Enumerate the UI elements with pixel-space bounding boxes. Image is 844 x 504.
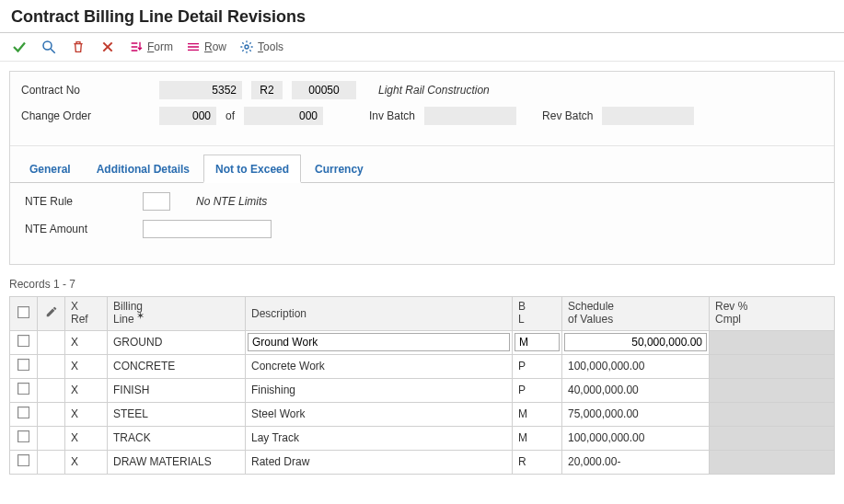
contract-suffix2-field[interactable] (292, 81, 356, 99)
cell-sov-input[interactable] (564, 333, 707, 351)
table-row[interactable]: XCONCRETEConcrete WorkP100,000,000.00 (10, 354, 835, 378)
row-edit-cell[interactable] (38, 402, 65, 426)
cell-billing-line[interactable]: DRAW MATERIALS (108, 450, 246, 474)
contract-suffix1-field[interactable] (251, 81, 283, 99)
contract-description: Light Rail Construction (378, 84, 490, 97)
table-row[interactable]: XGROUND (10, 330, 835, 354)
col-sov-header[interactable]: Schedule of Values (562, 297, 710, 331)
cell-rev-pct-cmpl[interactable] (710, 378, 835, 402)
col-xref-header[interactable]: X Ref (65, 297, 108, 331)
inv-batch-field[interactable] (424, 107, 516, 125)
delete-icon[interactable] (70, 39, 87, 55)
cell-rev-pct-cmpl[interactable] (710, 450, 835, 474)
col-edit-header[interactable] (38, 297, 65, 331)
col-billing-line-header[interactable]: Billing Line✶ (108, 297, 246, 331)
cell-bl[interactable]: M (513, 426, 562, 450)
cell-billing-line[interactable]: CONCRETE (108, 354, 246, 378)
cell-billing-line[interactable]: TRACK (108, 426, 246, 450)
svg-point-2 (245, 45, 249, 49)
tab-additional-details[interactable]: Additional Details (85, 155, 202, 183)
col-description-header[interactable]: Description (246, 297, 513, 331)
nte-rule-label: NTE Rule (25, 195, 126, 208)
col-bl-header[interactable]: B L (513, 297, 562, 331)
cell-xref[interactable]: X (65, 378, 108, 402)
row-menu[interactable]: Row (186, 40, 226, 54)
cell-xref[interactable]: X (65, 330, 108, 354)
cell-description[interactable]: Finishing (246, 378, 513, 402)
cell-xref[interactable]: X (65, 354, 108, 378)
cell-bl[interactable]: M (513, 402, 562, 426)
cell-description[interactable]: Rated Draw (246, 450, 513, 474)
rev-batch-field[interactable] (602, 107, 694, 125)
table-row[interactable]: XSTEELSteel WorkM75,000,000.00 (10, 402, 835, 426)
cell-bl[interactable]: P (513, 354, 562, 378)
cell-xref[interactable]: X (65, 426, 108, 450)
tab-general[interactable]: General (17, 155, 83, 183)
sort-indicator-icon: ✶ (136, 310, 145, 321)
table-row[interactable]: XDRAW MATERIALSRated DrawR20,000.00- (10, 450, 835, 474)
svg-point-0 (43, 41, 52, 50)
row-select-checkbox[interactable] (10, 354, 38, 378)
cell-billing-line[interactable]: STEEL (108, 402, 246, 426)
row-edit-cell[interactable] (38, 354, 65, 378)
of-label: of (225, 109, 235, 122)
cell-rev-pct-cmpl[interactable] (710, 330, 835, 354)
cell-bl[interactable]: P (513, 378, 562, 402)
row-select-checkbox[interactable] (10, 450, 38, 474)
row-select-checkbox[interactable] (10, 330, 38, 354)
row-edit-cell[interactable] (38, 426, 65, 450)
page-title: Contract Billing Line Detail Revisions (0, 0, 844, 33)
row-edit-cell[interactable] (38, 450, 65, 474)
cell-xref[interactable]: X (65, 450, 108, 474)
cancel-icon[interactable] (99, 39, 116, 55)
cell-schedule-of-values[interactable]: 40,000,000.00 (562, 378, 710, 402)
cell-schedule-of-values[interactable]: 75,000,000.00 (562, 402, 710, 426)
change-order-to-field[interactable] (244, 107, 323, 125)
cell-description-input[interactable] (248, 333, 510, 351)
table-row[interactable]: XFINISHFinishingP40,000,000.00 (10, 378, 835, 402)
row-select-checkbox[interactable] (10, 378, 38, 402)
pencil-icon (45, 308, 58, 321)
tab-not-to-exceed[interactable]: Not to Exceed (203, 155, 301, 183)
change-order-from-field[interactable] (159, 107, 216, 125)
tools-menu[interactable]: Tools (239, 40, 283, 54)
cell-description[interactable]: Lay Track (246, 426, 513, 450)
form-menu[interactable]: Form (129, 40, 173, 54)
records-label: Records 1 - 7 (9, 278, 835, 291)
rev-batch-label: Rev Batch (542, 109, 593, 122)
inv-batch-label: Inv Batch (369, 109, 415, 122)
nte-rule-field[interactable] (143, 192, 170, 211)
cell-description[interactable]: Concrete Work (246, 354, 513, 378)
cell-schedule-of-values[interactable]: 100,000,000.00 (562, 354, 710, 378)
nte-amount-field[interactable] (143, 220, 272, 238)
col-select-all[interactable] (10, 297, 38, 331)
row-edit-cell[interactable] (38, 378, 65, 402)
toolbar: Form Row Tools (0, 33, 844, 62)
cell-rev-pct-cmpl[interactable] (710, 354, 835, 378)
cell-rev-pct-cmpl[interactable] (710, 426, 835, 450)
cell-billing-line[interactable]: GROUND (108, 330, 246, 354)
cell-billing-line[interactable]: FINISH (108, 378, 246, 402)
nte-rule-description: No NTE Limits (196, 195, 267, 208)
cell-xref[interactable]: X (65, 402, 108, 426)
col-rev-header[interactable]: Rev % Cmpl (710, 297, 835, 331)
grid-panel: Records 1 - 7 X Ref Billing Line✶ Descri… (9, 278, 835, 475)
row-edit-cell[interactable] (38, 330, 65, 354)
table-row[interactable]: XTRACKLay TrackM100,000,000.00 (10, 426, 835, 450)
cell-description[interactable]: Steel Work (246, 402, 513, 426)
tab-currency[interactable]: Currency (303, 155, 376, 183)
row-select-checkbox[interactable] (10, 402, 38, 426)
cell-schedule-of-values[interactable]: 100,000,000.00 (562, 426, 710, 450)
cell-rev-pct-cmpl[interactable] (710, 402, 835, 426)
contract-no-field[interactable] (159, 81, 242, 99)
search-icon[interactable] (40, 39, 57, 55)
ok-icon[interactable] (11, 39, 28, 55)
cell-bl-input[interactable] (514, 333, 560, 351)
cell-bl[interactable] (513, 330, 562, 354)
row-select-checkbox[interactable] (10, 426, 38, 450)
cell-bl[interactable]: R (513, 450, 562, 474)
contract-no-label: Contract No (21, 84, 150, 97)
cell-schedule-of-values[interactable] (562, 330, 710, 354)
cell-schedule-of-values[interactable]: 20,000.00- (562, 450, 710, 474)
cell-description[interactable] (246, 330, 513, 354)
